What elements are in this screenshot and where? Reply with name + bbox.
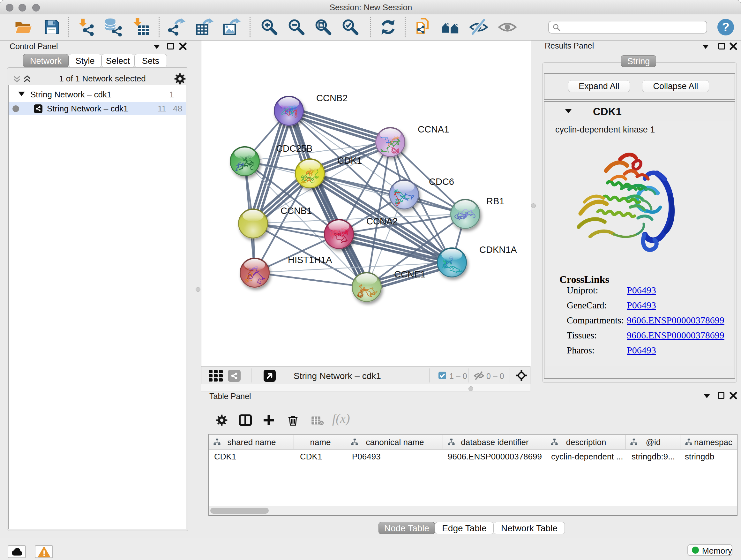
svg-text:CDKN1A: CDKN1A — [479, 245, 517, 255]
svg-text:CCNB1: CCNB1 — [280, 206, 312, 216]
svg-text:CDC6: CDC6 — [429, 177, 454, 187]
svg-text:CCNA2: CCNA2 — [366, 216, 398, 226]
svg-text:CDC25B: CDC25B — [276, 143, 313, 153]
svg-text:CDK1: CDK1 — [337, 155, 362, 166]
svg-text:CCNE1: CCNE1 — [394, 269, 425, 279]
svg-text:HIST1H1A: HIST1H1A — [288, 255, 332, 265]
svg-text:RB1: RB1 — [486, 196, 504, 206]
svg-text:CCNA1: CCNA1 — [418, 124, 449, 134]
svg-text:CCNB2: CCNB2 — [316, 93, 347, 103]
